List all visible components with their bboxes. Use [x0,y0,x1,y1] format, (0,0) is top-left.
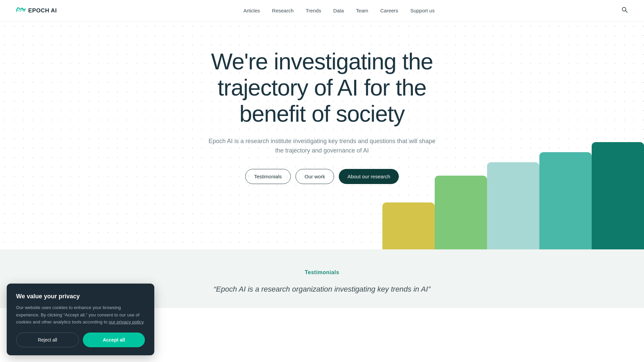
testimonials-quote: “Epoch AI is a research organization inv… [171,284,473,295]
nav-item-trends[interactable]: Trends [306,8,321,14]
cookie-body-text: Our website uses cookies to enhance your… [16,305,140,308]
cookie-title: We value your privacy [16,293,145,300]
cookie-banner: We value your privacy Our website uses c… [7,284,154,308]
search-icon [621,6,628,13]
nav-item-articles[interactable]: Articles [244,8,260,14]
chart-bar [435,176,487,249]
cookie-body: Our website uses cookies to enhance your… [16,304,145,308]
nav-right [621,6,628,15]
svg-line-1 [626,11,627,12]
nav-item-team[interactable]: Team [356,8,368,14]
nav-links: Articles Research Trends Data Team Caree… [244,8,435,14]
about-research-button[interactable]: About our research [339,169,399,184]
hero-buttons: Testimonials Our work About our research [16,169,628,184]
logo-text: EPOCH AI [28,7,57,14]
nav-item-support[interactable]: Support us [410,8,435,14]
search-button[interactable] [621,6,628,15]
chart-bar [539,152,592,249]
main-nav: EPOCH AI Articles Research Trends Data T… [0,0,644,21]
hero-headline: We're investigating the trajectory of AI… [184,48,460,127]
testimonials-label: Testimonials [16,269,628,276]
hero-chart [382,142,644,249]
logo[interactable]: EPOCH AI [16,7,57,14]
testimonials-button[interactable]: Testimonials [245,169,291,184]
our-work-button[interactable]: Our work [296,169,334,184]
hero-section: We're investigating the trajectory of AI… [0,21,644,249]
chart-bar [382,202,435,249]
nav-item-research[interactable]: Research [272,8,293,14]
chart-bar [592,142,644,249]
svg-point-0 [622,7,626,11]
nav-item-data[interactable]: Data [333,8,344,14]
nav-item-careers[interactable]: Careers [380,8,398,14]
logo-icon [16,7,25,14]
